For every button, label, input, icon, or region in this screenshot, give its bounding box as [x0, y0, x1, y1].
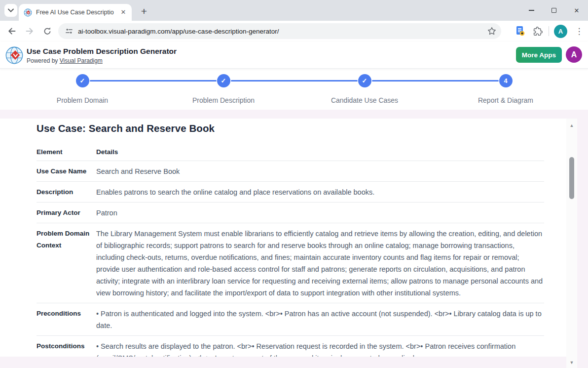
table-row: Use Case Name Search and Reserve Book — [37, 161, 544, 182]
more-apps-button[interactable]: More Apps — [516, 47, 562, 63]
step-label: Problem Description — [169, 96, 278, 104]
row-label: Preconditions — [37, 308, 96, 331]
page-background-band — [0, 110, 588, 119]
back-button[interactable] — [3, 23, 20, 40]
progress-stepper: ✓ Problem Domain ✓ Problem Description ✓… — [0, 69, 588, 110]
tab-close-icon[interactable]: ✕ — [119, 8, 128, 17]
reload-icon — [43, 27, 52, 36]
site-settings-tune-icon[interactable] — [65, 27, 73, 35]
forward-arrow-icon — [25, 27, 34, 36]
row-details: • Patron is authenticated and logged int… — [96, 308, 544, 331]
browser-window: Free AI Use Case Description Ge ✕ + ✕ — [0, 0, 588, 368]
tab-title: Free AI Use Case Description Ge — [36, 9, 114, 16]
browser-tab[interactable]: Free AI Use Case Description Ge ✕ — [19, 4, 132, 21]
scroll-down-arrow-icon[interactable]: ▼ — [566, 359, 577, 367]
table-row: Postconditions • Search results are disp… — [37, 336, 544, 357]
stepper-step-problem-domain[interactable]: ✓ Problem Domain — [28, 74, 137, 104]
step-completed-check-icon: ✓ — [217, 74, 230, 87]
chevron-down-icon — [8, 8, 14, 12]
toolbar-separator — [549, 26, 549, 36]
row-label: Problem Domain Context — [37, 228, 96, 299]
browser-profile-avatar[interactable]: A — [554, 25, 567, 38]
table-row: Preconditions • Patron is authenticated … — [37, 303, 544, 336]
tab-strip: Free AI Use Case Description Ge ✕ + ✕ — [0, 0, 588, 21]
row-label: Use Case Name — [37, 165, 96, 177]
stepper-step-candidate-use-cases[interactable]: ✓ Candidate Use Cases — [310, 74, 419, 104]
reload-button[interactable] — [39, 23, 56, 40]
pinned-extension-docs-icon[interactable] — [511, 23, 529, 40]
stepper-step-problem-description[interactable]: ✓ Problem Description — [169, 74, 278, 104]
page-background-right — [577, 110, 588, 368]
page-background-bottom — [0, 357, 566, 368]
table-header-row: Element Details — [37, 143, 544, 161]
vertical-scrollbar[interactable]: ▲ ▼ — [566, 119, 577, 368]
toolbar-right-cluster: A ⋮ — [511, 23, 588, 40]
tab-search-button[interactable] — [4, 4, 17, 17]
row-label: Primary Actor — [37, 207, 96, 219]
powered-by: Powered by Visual Paradigm — [27, 57, 103, 64]
app-logo-icon — [5, 46, 24, 65]
scrollbar-thumb[interactable] — [569, 157, 574, 199]
table-row: Description Enables patrons to search th… — [37, 182, 544, 203]
app-header: Use Case Problem Description Generator P… — [0, 41, 588, 69]
minimize-icon — [529, 10, 534, 11]
row-label: Description — [37, 186, 96, 198]
forward-button[interactable] — [21, 23, 38, 40]
table-row: Primary Actor Patron — [37, 203, 544, 223]
new-tab-button[interactable]: + — [137, 4, 151, 18]
window-close-button[interactable]: ✕ — [565, 0, 588, 21]
column-header-element: Element — [37, 148, 96, 156]
stepper-step-report-diagram[interactable]: 4 Report & Diagram — [451, 74, 560, 104]
powered-by-prefix: Powered by — [27, 57, 60, 64]
row-details: Patron — [96, 207, 544, 219]
browser-menu-button[interactable]: ⋮ — [570, 23, 588, 40]
url-bar[interactable]: ai-toolbox.visual-paradigm.com/app/use-c… — [58, 23, 501, 39]
scroll-up-arrow-icon[interactable]: ▲ — [566, 122, 577, 129]
use-case-table: Element Details Use Case Name Search and… — [37, 143, 544, 357]
maximize-icon — [551, 8, 556, 13]
window-minimize-button[interactable] — [520, 0, 543, 21]
row-details: Enables patrons to search the online cat… — [96, 186, 544, 198]
row-details: • Search results are displayed to the pa… — [96, 340, 544, 357]
page-title: Use Case Problem Description Generator — [27, 47, 177, 56]
window-maximize-button[interactable] — [543, 0, 565, 21]
row-details: Search and Reserve Book — [96, 165, 544, 177]
window-controls: ✕ — [520, 0, 588, 21]
step-label: Report & Diagram — [451, 96, 560, 104]
user-avatar[interactable]: A — [566, 46, 582, 63]
step-completed-check-icon: ✓ — [76, 74, 89, 87]
row-details: The Library Management System must enabl… — [96, 228, 544, 299]
visual-paradigm-favicon-icon — [24, 8, 32, 17]
step-label: Candidate Use Cases — [310, 96, 419, 104]
back-arrow-icon — [7, 27, 16, 36]
column-header-details: Details — [96, 148, 544, 156]
url-text: ai-toolbox.visual-paradigm.com/app/use-c… — [78, 28, 487, 35]
bookmark-star-icon[interactable] — [487, 27, 496, 36]
table-row: Problem Domain Context The Library Manag… — [37, 223, 544, 303]
step-current-number: 4 — [499, 74, 513, 87]
step-label: Problem Domain — [28, 96, 137, 104]
extensions-puzzle-icon[interactable] — [529, 23, 547, 40]
browser-toolbar: ai-toolbox.visual-paradigm.com/app/use-c… — [0, 21, 588, 41]
report-panel: Use Case: Search and Reserve Book Elemen… — [0, 119, 566, 357]
use-case-title: Use Case: Search and Reserve Book — [37, 123, 544, 137]
row-label: Postconditions — [37, 340, 96, 357]
step-completed-check-icon: ✓ — [358, 74, 371, 87]
visual-paradigm-link[interactable]: Visual Paradigm — [60, 57, 103, 64]
